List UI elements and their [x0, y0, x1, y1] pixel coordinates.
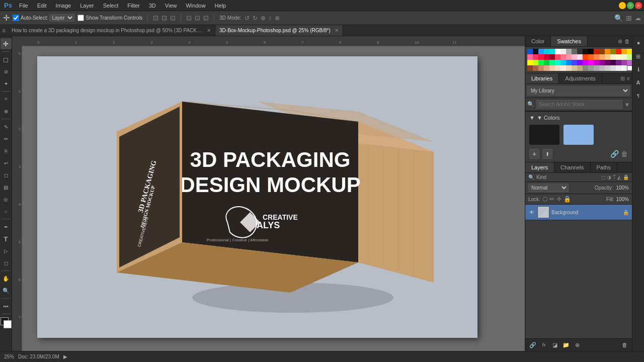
swatch-cell[interactable] — [572, 65, 577, 71]
swatch-cell[interactable] — [538, 65, 544, 71]
library-select[interactable]: My Library — [527, 86, 630, 96]
tab-psd1[interactable]: How to create a 3D packaging design mock… — [8, 25, 215, 36]
swatch-cell[interactable] — [566, 54, 572, 60]
3d-mode-icon1[interactable]: ↺ — [245, 15, 250, 22]
swatch-cell[interactable] — [577, 65, 583, 71]
lock-image-icon[interactable]: ✏ — [549, 196, 554, 203]
swatch-cell[interactable] — [621, 60, 627, 65]
menu-help[interactable]: Help — [211, 2, 230, 10]
swatch-cell[interactable] — [555, 54, 560, 60]
tab-swatches[interactable]: Swatches — [551, 36, 588, 46]
swatch-cell[interactable] — [605, 65, 610, 71]
swatch-cell[interactable] — [588, 54, 594, 60]
3d-mode-icon2[interactable]: ↻ — [253, 15, 258, 22]
clone-tool[interactable]: ⎘ — [1, 145, 12, 156]
auto-select-checkbox[interactable]: Auto-Select: Layer Group — [13, 14, 74, 22]
pen-tool[interactable]: ✒ — [1, 221, 12, 232]
swatch-cell[interactable] — [594, 49, 599, 54]
marquee-tool[interactable]: ◻ — [1, 54, 12, 65]
swatch-cell[interactable] — [560, 49, 566, 54]
swatch-cell[interactable] — [555, 49, 560, 54]
swatch-cell[interactable] — [533, 65, 538, 71]
distribute2-icon[interactable]: ⊡ — [195, 14, 200, 22]
3d-mode-icon4[interactable]: ↕ — [269, 15, 272, 22]
blur-tool[interactable]: ◎ — [1, 194, 12, 205]
lock-transparent-icon[interactable]: ⬡ — [542, 196, 547, 203]
swatch-cell[interactable] — [555, 65, 560, 71]
color-panel-icon[interactable]: ■ — [633, 38, 643, 48]
type-tool[interactable]: T — [1, 233, 12, 244]
swatch-cell[interactable] — [594, 54, 599, 60]
history-brush-tool[interactable]: ↩ — [1, 157, 12, 168]
swatch-cell[interactable] — [572, 60, 577, 65]
swatch-cell[interactable] — [599, 65, 605, 71]
swatch-cell[interactable] — [616, 49, 621, 54]
swatch-cell[interactable] — [605, 54, 610, 60]
swatch-cell[interactable] — [527, 49, 533, 54]
swatch-cell[interactable] — [566, 65, 572, 71]
swatch-cell[interactable] — [588, 60, 594, 65]
link-layers-button[interactable]: 🔗 — [528, 340, 537, 349]
swatch-cell[interactable] — [605, 49, 610, 54]
swatch-cell[interactable] — [566, 60, 572, 65]
swatch-cell[interactable] — [549, 60, 555, 65]
distribute3-icon[interactable]: ⊡ — [203, 14, 209, 22]
swatch-cell[interactable] — [560, 65, 566, 71]
tab-psd2[interactable]: 3D-Box-Mockup-Photoshop.psd @ 25% (RGB/8… — [215, 25, 343, 36]
move-tool-icon[interactable]: ✛ — [3, 13, 10, 23]
menu-file[interactable]: File — [15, 2, 32, 10]
blend-mode-select[interactable]: Normal Multiply Screen — [528, 184, 569, 192]
grid-view-icon[interactable]: ⊞ — [620, 75, 625, 82]
swatch-cell[interactable] — [533, 54, 538, 60]
swatch-cell[interactable] — [538, 54, 544, 60]
swatch-cell[interactable] — [566, 49, 572, 54]
magic-wand-tool[interactable]: ✦ — [1, 78, 12, 89]
swatch-cell[interactable] — [560, 54, 566, 60]
swatch-cell[interactable] — [610, 49, 616, 54]
gradient-tool[interactable]: ▤ — [1, 182, 12, 193]
swatch-cell[interactable] — [527, 54, 533, 60]
swatch-cell[interactable] — [610, 65, 616, 71]
paragraph-panel-icon[interactable]: ¶ — [633, 90, 643, 101]
properties-panel-icon[interactable]: ℹ — [633, 64, 643, 74]
auto-select-check[interactable] — [13, 15, 19, 21]
swatch-cell[interactable] — [621, 65, 627, 71]
tab-layers[interactable]: Layers — [525, 162, 554, 172]
swatch-cell[interactable] — [610, 60, 616, 65]
swatch-cell[interactable] — [594, 65, 599, 71]
auto-select-dropdown[interactable]: Layer Group — [49, 14, 74, 22]
tab1-close[interactable]: ✕ — [207, 28, 211, 33]
layer-row-background[interactable]: 👁 Background 🔒 — [525, 205, 632, 220]
align-center-icon[interactable]: ⊡ — [162, 14, 167, 22]
distribute-icon[interactable]: ⊡ — [186, 14, 192, 22]
swatch-cell[interactable] — [616, 60, 621, 65]
swatch-cell[interactable] — [549, 49, 555, 54]
swatch-cell[interactable] — [544, 65, 549, 71]
layer-fx-button[interactable]: fx — [539, 340, 548, 349]
brush-tool[interactable]: ✏ — [1, 133, 12, 144]
menu-3d[interactable]: 3D — [145, 2, 160, 10]
opacity-value[interactable]: 100% — [616, 185, 629, 191]
zoom-tool[interactable]: 🔍 — [1, 285, 12, 296]
3d-mode-icon5[interactable]: ⊗ — [275, 15, 280, 22]
minimize-button[interactable]: － — [619, 2, 626, 9]
swatch-cell[interactable] — [599, 49, 605, 54]
tab-paths[interactable]: Paths — [591, 162, 617, 172]
panel-add-icon[interactable]: ⊕ — [618, 38, 622, 45]
swatch-cell[interactable] — [560, 60, 566, 65]
status-arrow[interactable]: ▶ — [63, 354, 67, 359]
delete-layer-button[interactable]: 🗑 — [620, 340, 629, 349]
add-mask-button[interactable]: ◪ — [550, 340, 559, 349]
filter-smart-icon[interactable]: 🔒 — [623, 174, 629, 180]
swatch-cell[interactable] — [572, 49, 577, 54]
healing-tool[interactable]: ✎ — [1, 121, 12, 132]
menu-image[interactable]: Image — [52, 2, 75, 10]
new-layer-button[interactable]: ⊕ — [573, 340, 582, 349]
menu-layer[interactable]: Layer — [76, 2, 98, 10]
swatch-cell[interactable] — [583, 49, 588, 54]
swatch-cell[interactable] — [527, 60, 533, 65]
filter-adj-icon[interactable]: ◑ — [607, 174, 611, 180]
swatch-cell[interactable] — [549, 65, 555, 71]
dodge-tool[interactable]: ○ — [1, 206, 12, 217]
transform-controls-checkbox[interactable]: Show Transform Controls — [77, 15, 142, 21]
